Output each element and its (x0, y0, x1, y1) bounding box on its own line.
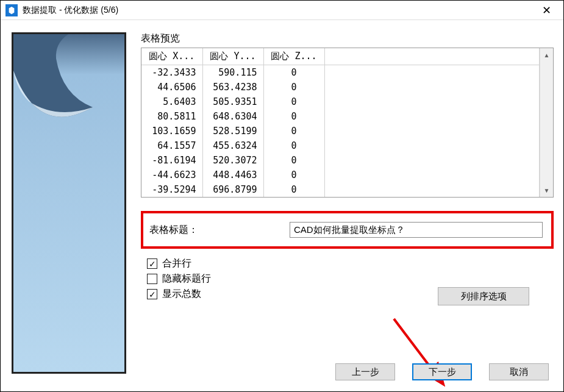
cell-y: 590.115 (202, 65, 263, 80)
column-header[interactable]: 圆心 X... (141, 48, 202, 65)
cancel-button[interactable]: 取消 (489, 363, 549, 380)
cell-z: 0 (263, 80, 324, 94)
checkbox-icon (147, 258, 157, 269)
scrollbar[interactable]: ▲ ▼ (540, 48, 553, 197)
cell-z: 0 (263, 65, 324, 80)
cell-x: 64.1557 (141, 138, 202, 153)
cell-y: 648.6304 (202, 109, 263, 124)
cell-x: 80.5811 (141, 109, 202, 124)
merge-rows-checkbox[interactable]: 合并行 (147, 257, 554, 270)
cell-y: 520.3072 (202, 153, 263, 168)
table-preview-label: 表格预览 (141, 32, 554, 45)
table-row[interactable]: 5.6403505.93510 (141, 94, 540, 109)
cell-z: 0 (263, 153, 324, 168)
table-row[interactable]: 64.1557455.63240 (141, 138, 540, 153)
cell-z: 0 (263, 94, 324, 109)
cell-x: 5.6403 (141, 94, 202, 109)
cell-z: 0 (263, 182, 324, 197)
checkbox-label: 显示总数 (162, 288, 201, 301)
table-title-label: 表格标题： (149, 224, 198, 237)
close-icon[interactable]: ✕ (535, 5, 559, 16)
wizard-nav: 上一步 下一步 取消 (335, 363, 549, 380)
cell-y: 696.8799 (202, 182, 263, 197)
table-row[interactable]: -32.3433590.1150 (141, 65, 540, 80)
table-title-input[interactable] (290, 222, 543, 238)
table-row[interactable]: -44.6623448.44630 (141, 168, 540, 182)
column-header-empty (324, 48, 540, 65)
cell-x: -32.3433 (141, 65, 202, 80)
prev-button[interactable]: 上一步 (335, 363, 395, 380)
cell-x: -81.6194 (141, 153, 202, 168)
table-title-row: 表格标题： (141, 211, 554, 249)
scroll-up-icon[interactable]: ▲ (540, 48, 553, 62)
scroll-down-icon[interactable]: ▼ (540, 184, 553, 197)
cell-z: 0 (263, 124, 324, 138)
cell-y: 448.4463 (202, 168, 263, 182)
cell-y: 505.9351 (202, 94, 263, 109)
table-preview: 圆心 X... 圆心 Y... 圆心 Z... -32.3433590.1150… (141, 48, 554, 198)
cell-y: 455.6324 (202, 138, 263, 153)
cell-z: 0 (263, 109, 324, 124)
cell-y: 563.4238 (202, 80, 263, 94)
next-button[interactable]: 下一步 (412, 363, 472, 380)
cell-z: 0 (263, 168, 324, 182)
checkbox-label: 隐藏标题行 (162, 273, 211, 285)
column-sort-button[interactable]: 列排序选项 (438, 287, 529, 305)
cell-x: 103.1659 (141, 124, 202, 138)
data-table: 圆心 X... 圆心 Y... 圆心 Z... -32.3433590.1150… (141, 48, 540, 197)
cell-y: 528.5199 (202, 124, 263, 138)
cell-x: -44.6623 (141, 168, 202, 182)
wizard-graphic (12, 32, 126, 374)
checkbox-icon (147, 274, 157, 284)
table-row[interactable]: 80.5811648.63040 (141, 109, 540, 124)
app-icon (5, 4, 18, 16)
table-row[interactable]: 103.1659528.51990 (141, 124, 540, 138)
window-title: 数据提取 - 优化数据 (5/6) (23, 5, 535, 16)
cell-z: 0 (263, 138, 324, 153)
checkbox-icon (147, 289, 157, 299)
column-header[interactable]: 圆心 Z... (263, 48, 324, 65)
table-row[interactable]: 44.6506563.42380 (141, 80, 540, 94)
cell-x: 44.6506 (141, 80, 202, 94)
checkbox-label: 合并行 (162, 257, 191, 270)
hide-header-checkbox[interactable]: 隐藏标题行 (147, 273, 554, 285)
table-row[interactable]: -39.5294696.87990 (141, 182, 540, 197)
title-bar: 数据提取 - 优化数据 (5/6) ✕ (1, 1, 563, 20)
table-row[interactable]: -81.6194520.30720 (141, 153, 540, 168)
cell-x: -39.5294 (141, 182, 202, 197)
column-header[interactable]: 圆心 Y... (202, 48, 263, 65)
